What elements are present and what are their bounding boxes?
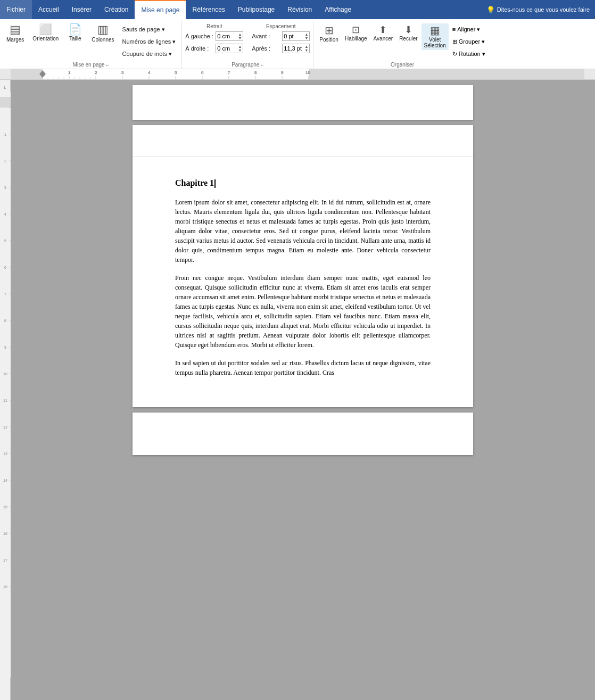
reculer-button[interactable]: ⬇ Reculer [396,23,420,50]
volet-selection-button[interactable]: ▦ Volet Sélection [422,23,449,50]
volet-selection-label: Volet Sélection [424,37,446,48]
aligner-button[interactable]: ≡ Aligner ▾ [450,23,488,35]
ribbon-group-organiser: ⊞ Position ⊡ Habillage ⬆ Avancer ⬇ Recul… [313,21,491,69]
svg-text:4: 4 [148,70,151,75]
espacement-title: Espacement [252,23,310,29]
position-icon: ⊞ [325,25,334,36]
paragraph-1[interactable]: Lorem ipsum dolor sit amet, consectetur … [175,197,431,265]
svg-rect-1 [11,69,43,79]
retrait-gauche-label: À gauche : [185,33,214,39]
aligner-icon: ≡ [452,26,456,32]
svg-text:7: 7 [228,70,230,75]
svg-text:6: 6 [201,70,204,75]
svg-text:16: 16 [3,532,7,536]
coupure-label: Coupure de mots ▾ [122,51,172,57]
numeros-row: Numéros de lignes ▾ [120,36,179,47]
grouper-button[interactable]: ⊞ Grouper ▾ [450,36,488,47]
tab-references[interactable]: Références [186,0,231,19]
svg-text:11: 11 [3,399,7,402]
retrait-gauche-input[interactable]: 0 cm ▲▼ [216,31,243,41]
svg-rect-2 [309,69,584,79]
espacement-avant-label: Avant : [252,33,281,39]
svg-text:10: 10 [305,70,310,75]
vertical-ruler-svg: 1 2 3 4 5 6 7 8 9 10 11 [0,92,11,677]
colonnes-button[interactable]: ▥ Colonnes [88,22,117,45]
sauts-de-page-button[interactable]: Sauts de page ▾ [120,25,168,34]
ruler-main: 0 1 2 3 4 5 6 7 8 9 10 [11,69,584,79]
page-header [133,125,473,157]
ruler-svg: 0 1 2 3 4 5 6 7 8 9 10 [11,69,584,79]
mise-en-page-buttons: ▤ Marges ⬜ Orientation 📄 Taille ▥ Colonn… [3,22,178,60]
tab-inserer[interactable]: Insérer [65,0,98,19]
espacement-avant-arrows[interactable]: ▲▼ [304,32,308,40]
position-label: Position [319,37,338,43]
expand-icon[interactable]: ⌐ [106,62,109,68]
reculer-icon: ⬇ [404,25,412,35]
page-main[interactable]: Chapitre 1 Lorem ipsum dolor sit amet, c… [133,125,473,407]
marges-button[interactable]: ▤ Marges [3,22,27,45]
numeros-label: Numéros de lignes ▾ [122,38,176,45]
espacement-avant-value: 0 pt [284,33,304,39]
numeros-de-lignes-button[interactable]: Numéros de lignes ▾ [120,37,179,46]
espacement-section: Espacement Avant : 0 pt ▲▼ [252,23,310,54]
colonnes-icon: ▥ [97,24,109,36]
svg-rect-37 [0,97,11,108]
svg-rect-36 [0,92,11,677]
orientation-button[interactable]: ⬜ Orientation [29,22,62,44]
tab-revision[interactable]: Révision [281,0,318,19]
espacement-apres-input[interactable]: 11,3 pt ▲▼ [282,44,310,53]
svg-text:7: 7 [4,292,6,296]
tab-accueil[interactable]: Accueil [32,0,65,19]
retrait-droite-value: 0 cm [217,45,238,52]
tab-publipostage[interactable]: Publipostage [232,0,281,19]
avancer-button[interactable]: ⬆ Avancer [371,23,396,50]
svg-text:18: 18 [3,585,7,589]
sauts-label: Sauts de page ▾ [122,26,165,33]
paragraph-3[interactable]: In sed sapien ut dui porttitor sodales s… [175,358,431,377]
tab-affichage[interactable]: Affichage [318,0,358,19]
document-area: L 1 2 3 4 5 6 7 [0,80,595,700]
orientation-icon: ⬜ [39,24,52,35]
grouper-icon: ⊞ [452,38,457,45]
sauts-row: Sauts de page ▾ [120,23,179,35]
habillage-icon: ⊡ [352,25,360,35]
svg-text:1: 1 [4,133,6,136]
rotation-button[interactable]: ↻ Rotation ▾ [450,48,488,60]
retrait-droite-arrows[interactable]: ▲▼ [238,45,242,52]
doc-scroll-area[interactable]: Chapitre 1 Lorem ipsum dolor sit amet, c… [11,80,595,700]
ribbon-group-paragraphe: Retrait À gauche : 0 cm ▲▼ [182,21,313,69]
retrait-gauche-value: 0 cm [217,33,238,39]
svg-text:14: 14 [3,479,7,482]
paragraphe-group-label: Paragraphe ⌐ [185,60,310,69]
rotation-icon: ↻ [452,51,457,57]
position-button[interactable]: ⊞ Position [317,23,341,50]
retrait-droite-input[interactable]: 0 cm ▲▼ [216,44,243,53]
avancer-label: Avancer [374,36,393,42]
paragraph-2[interactable]: Proin nec congue neque. Vestibulum inter… [175,273,431,350]
ribbon-toolbar: ▤ Marges ⬜ Orientation 📄 Taille ▥ Colonn… [0,19,595,69]
espacement-avant-input[interactable]: 0 pt ▲▼ [282,31,310,41]
mise-en-page-group-label: Mise en page ⌐ [3,60,178,69]
reculer-label: Reculer [399,36,417,42]
espacement-avant-row: Avant : 0 pt ▲▼ [252,30,310,42]
svg-text:13: 13 [3,452,7,456]
tab-creation[interactable]: Création [98,0,135,19]
svg-text:3: 3 [121,70,124,75]
retrait-gauche-arrows[interactable]: ▲▼ [238,32,242,40]
tab-fichier[interactable]: Fichier [0,0,32,19]
svg-text:9: 9 [281,70,284,75]
vertical-ruler: L 1 2 3 4 5 6 7 [0,80,11,700]
paragraphe-expand-icon[interactable]: ⌐ [261,62,263,68]
page-bottom-partial [133,413,473,455]
coupure-de-mots-button[interactable]: Coupure de mots ▾ [120,50,175,59]
taille-button[interactable]: 📄 Taille [64,22,86,44]
svg-text:15: 15 [3,505,7,509]
page-content[interactable]: Chapitre 1 Lorem ipsum dolor sit amet, c… [133,157,473,407]
espacement-apres-row: Après : 11,3 pt ▲▼ [252,43,310,54]
tab-mise-en-page[interactable]: Mise en page [135,0,186,19]
espacement-apres-arrows[interactable]: ▲▼ [304,45,308,52]
search-area[interactable]: 💡 Dites-nous ce que vous voulez faire [481,0,595,19]
habillage-button[interactable]: ⊡ Habillage [342,23,370,50]
svg-text:2: 2 [95,70,97,75]
grouper-label: Grouper ▾ [459,38,485,45]
